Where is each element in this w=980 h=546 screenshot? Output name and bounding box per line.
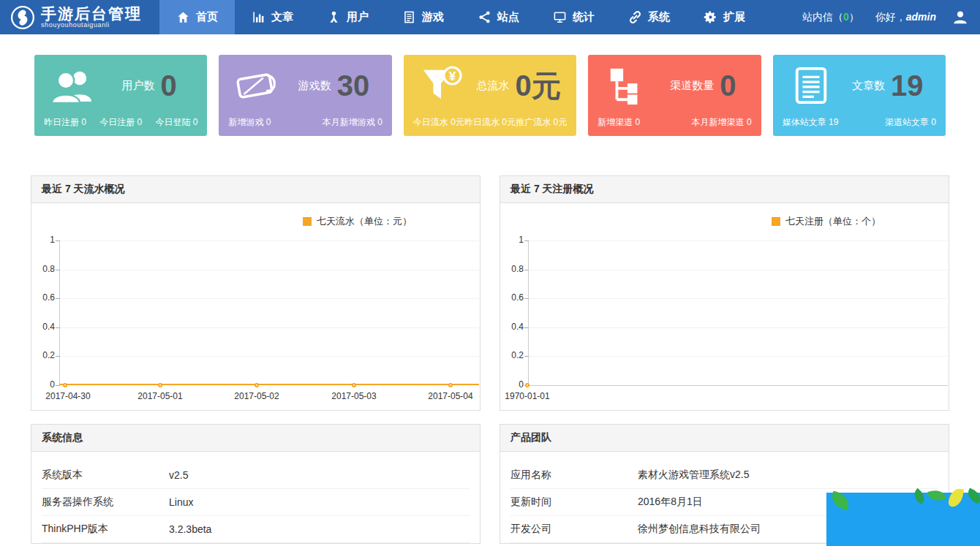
card-stat: 本月新增游戏 0 <box>323 116 382 129</box>
info-row-app-name: 应用名称 素材火游戏管理系统v2.5 <box>510 462 938 489</box>
navbar-right: 站内信（0） 你好，admin <box>802 0 980 34</box>
legend-swatch <box>772 217 780 226</box>
article-icon <box>783 66 840 105</box>
nav-item-games[interactable]: 游戏 <box>385 0 461 34</box>
stat-card-revenue: ¥ 总流水 0元 今日流水 0元 昨日流水 0元 推广流水 0元 <box>404 55 576 136</box>
card-value: 19 <box>891 71 924 100</box>
register-line-chart[interactable]: 七天注册（单位：个） 1 0.8 0.6 0.4 0.2 0 1970-01-0… <box>500 203 949 410</box>
data-point <box>525 383 529 387</box>
card-value: 0 <box>161 71 177 100</box>
nav-item-articles[interactable]: 文章 <box>235 0 310 34</box>
y-axis-line <box>528 240 529 385</box>
x-tick-label: 1970-01-01 <box>505 391 549 401</box>
nav-item-system[interactable]: 系统 <box>611 0 687 34</box>
stat-card-articles: 文章数 19 媒体站文章 19 渠道站文章 0 <box>773 55 946 136</box>
nav-item-extensions[interactable]: 扩展 <box>687 0 762 34</box>
card-stat: 今日注册 0 <box>99 116 142 129</box>
info-row-version: 系统版本 v2.5 <box>42 462 470 489</box>
panel-title: 系统信息 <box>31 425 480 452</box>
nav-item-users[interactable]: 用户 <box>310 0 385 34</box>
card-stat: 媒体站文章 19 <box>783 116 839 129</box>
card-stat: 本月新增渠道 0 <box>692 116 752 129</box>
system-info-panel: 系统信息 系统版本 v2.5 服务器操作系统 Linux ThinkPHP版本 … <box>31 424 480 544</box>
gridline <box>529 356 948 357</box>
share-nodes-icon <box>478 10 491 24</box>
nav-item-statistics[interactable]: 统计 <box>536 0 611 34</box>
site-mail-link[interactable]: 站内信（0） <box>802 11 859 24</box>
main-nav: 首页 文章 用户 游戏 站点 统计 系统 扩展 <box>159 0 762 34</box>
monitor-icon <box>553 10 567 24</box>
card-label: 总流水 <box>476 79 509 93</box>
y-tick-label: 0 <box>500 379 524 390</box>
card-stat: 今日登陆 0 <box>155 116 197 129</box>
card-stat: 新增游戏 0 <box>228 116 271 129</box>
card-label: 渠道数量 <box>670 79 714 93</box>
series-line <box>59 384 479 385</box>
stat-card-channels: 渠道数量 0 新增渠道 0 本月新增渠道 0 <box>588 55 761 136</box>
chart-legend[interactable]: 七天流水（单位：元） <box>303 215 412 228</box>
stat-card-users: 用户数 0 昨日注册 0 今日注册 0 今日登陆 0 <box>34 55 207 136</box>
revenue-chart-panel: 最近 7 天流水概况 七天流水（单位：元） 1 0.8 0.6 0.4 0.2 … <box>31 175 480 411</box>
gridline <box>60 327 479 328</box>
y-tick-label: 0.2 <box>500 350 524 360</box>
card-stat: 昨日流水 0元 <box>464 116 516 129</box>
gear-icon <box>704 10 717 24</box>
charts-row: 最近 7 天流水概况 七天流水（单位：元） 1 0.8 0.6 0.4 0.2 … <box>0 136 980 411</box>
card-stat: 昨日注册 0 <box>44 116 86 129</box>
x-tick-label: 2017-05-01 <box>137 391 182 401</box>
app-logo[interactable]: 手游后台管理 shouyouhoutaiguanli <box>0 0 159 34</box>
link-icon <box>628 10 642 24</box>
leaf-decoration <box>829 490 852 510</box>
gridline <box>529 270 948 270</box>
info-row-thinkphp: ThinkPHP版本 3.2.3beta <box>42 516 470 543</box>
nav-item-home[interactable]: 首页 <box>159 0 235 34</box>
card-label: 游戏数 <box>298 79 331 93</box>
promo-widget[interactable] <box>826 493 980 546</box>
greeting-text: 你好，admin <box>875 11 936 24</box>
x-tick-label: 2017-05-03 <box>331 391 376 401</box>
stat-card-games: 游戏数 30 新增游戏 0 本月新增游戏 0 <box>219 55 391 136</box>
y-axis-line <box>59 240 60 385</box>
user-icon <box>327 10 341 24</box>
x-tick-label: 2017-04-30 <box>45 391 90 401</box>
card-stat: 渠道站文章 0 <box>885 116 936 129</box>
data-point <box>352 383 356 387</box>
y-tick-label: 0.8 <box>31 264 55 274</box>
y-tick-label: 1 <box>500 235 524 245</box>
panel-title: 最近 7 天注册概况 <box>500 176 949 203</box>
gridline <box>529 240 948 241</box>
sitemap-icon <box>598 66 655 105</box>
legend-swatch <box>303 217 312 226</box>
y-tick-label: 1 <box>31 235 55 245</box>
users-icon <box>44 66 101 105</box>
mail-count-badge: 0 <box>843 11 849 23</box>
gridline <box>529 298 948 299</box>
bar-chart-icon <box>252 10 265 24</box>
svg-text:¥: ¥ <box>448 69 456 83</box>
data-point <box>63 383 67 387</box>
x-tick-label: 2017-05-02 <box>234 391 279 401</box>
data-point <box>158 383 162 387</box>
username: admin <box>906 11 936 23</box>
nav-item-sites[interactable]: 站点 <box>461 0 536 34</box>
gridline <box>60 240 479 241</box>
app-title: 手游后台管理 <box>41 6 142 22</box>
x-tick-label: 2017-05-04 <box>428 391 472 401</box>
x-axis-line <box>528 385 948 386</box>
y-tick-label: 0.6 <box>31 292 55 303</box>
y-tick-label: 0.4 <box>31 322 55 332</box>
profile-person-icon[interactable] <box>952 10 968 26</box>
gridline <box>60 298 479 299</box>
data-point <box>448 383 453 387</box>
logo-swirl-icon <box>10 5 35 30</box>
card-value: 30 <box>337 71 370 100</box>
document-icon <box>402 10 416 24</box>
revenue-line-chart[interactable]: 七天流水（单位：元） 1 0.8 0.6 0.4 0.2 0 <box>31 203 480 410</box>
funnel-yen-icon: ¥ <box>413 66 470 105</box>
y-tick-label: 0 <box>31 379 55 390</box>
chart-legend[interactable]: 七天注册（单位：个） <box>772 215 881 228</box>
gridline <box>60 356 479 357</box>
data-point <box>255 383 259 387</box>
card-stat: 新增渠道 0 <box>598 116 640 129</box>
y-tick-label: 0.8 <box>500 264 524 274</box>
